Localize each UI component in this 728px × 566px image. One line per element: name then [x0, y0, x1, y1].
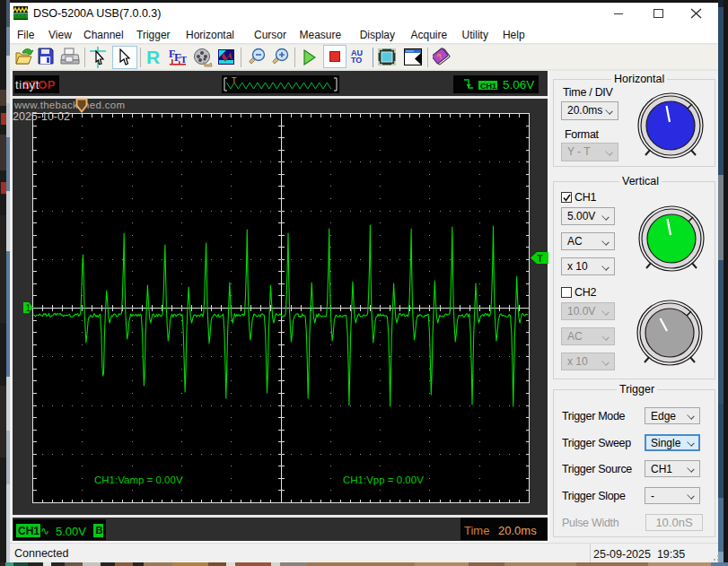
- svg-text:1: 1: [26, 303, 31, 313]
- svg-text:CH1:Vpp = 0.00V: CH1:Vpp = 0.00V: [343, 475, 424, 485]
- svg-text:T: T: [180, 54, 187, 65]
- svg-text:T: T: [538, 254, 543, 264]
- svg-text:CH1:Vamp = 0.00V: CH1:Vamp = 0.00V: [94, 475, 183, 485]
